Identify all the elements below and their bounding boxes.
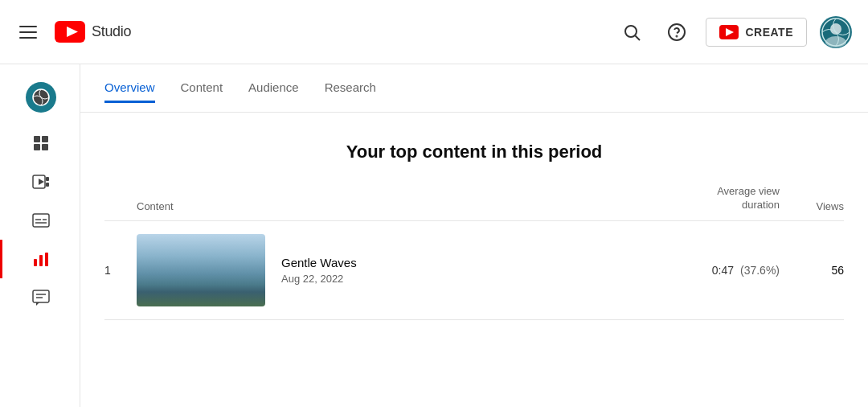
header: Studio CREATE [0, 0, 868, 64]
header-left: Studio [16, 21, 616, 43]
help-icon [667, 23, 686, 42]
help-button[interactable] [661, 16, 693, 48]
sidebar-item-content[interactable] [0, 162, 80, 201]
avg-duration-value: 0:47 [712, 264, 734, 277]
tabs-bar: Overview Content Audience Research [80, 64, 868, 113]
sidebar-item-comments[interactable] [0, 278, 80, 317]
video-title: Gentle Waves [281, 256, 651, 269]
rank-number: 1 [104, 264, 137, 277]
create-label: CREATE [745, 26, 793, 39]
svg-rect-13 [42, 144, 48, 150]
table-row: 1 Gentle Waves Aug 22, 2022 0:47 (37.6%)… [104, 221, 844, 320]
video-info: Gentle Waves Aug 22, 2022 [281, 256, 651, 285]
thumbnail-image [137, 234, 265, 306]
avg-view-duration: 0:47 (37.6%) [651, 264, 780, 277]
dashboard-icon [31, 134, 51, 153]
sidebar-item-analytics[interactable] [0, 240, 80, 278]
tab-content[interactable]: Content [181, 74, 223, 103]
search-button[interactable] [616, 16, 648, 48]
analytics-icon [31, 249, 51, 269]
svg-rect-16 [46, 177, 49, 181]
col-content-header: Content [137, 200, 651, 212]
avatar [821, 17, 851, 47]
svg-marker-15 [39, 179, 44, 185]
content-area: Overview Content Audience Research Your … [80, 64, 868, 407]
logo-area: Studio [55, 21, 131, 43]
create-icon [719, 25, 739, 39]
video-icon [31, 172, 51, 191]
video-date: Aug 22, 2022 [281, 273, 651, 285]
subtitles-icon [31, 211, 51, 230]
tab-overview[interactable]: Overview [104, 74, 155, 103]
col-avg-view-header: Average viewduration [651, 185, 780, 212]
main-layout: Overview Content Audience Research Your … [0, 64, 868, 407]
sidebar-item-subtitles[interactable] [0, 201, 80, 240]
header-right: CREATE [616, 16, 852, 48]
top-content-table: Content Average viewduration Views 1 Gen… [80, 185, 868, 320]
col-views-header: Views [780, 200, 844, 212]
youtube-logo [55, 21, 85, 43]
avatar-button[interactable] [820, 16, 852, 48]
sidebar [0, 64, 80, 407]
views-value: 56 [780, 264, 844, 277]
svg-line-3 [636, 35, 641, 40]
svg-rect-24 [45, 253, 48, 266]
sidebar-item-dashboard[interactable] [0, 124, 80, 162]
comments-icon [31, 288, 51, 307]
svg-rect-25 [33, 290, 49, 302]
svg-point-5 [677, 35, 678, 36]
section-heading: Your top content in this period [80, 142, 868, 162]
svg-point-6 [830, 23, 841, 35]
avatar-icon [821, 17, 851, 47]
avg-duration-pct: (37.6%) [740, 264, 780, 277]
video-thumbnail [137, 234, 265, 306]
tab-research[interactable]: Research [325, 74, 376, 103]
menu-button[interactable] [16, 23, 40, 42]
table-header: Content Average viewduration Views [104, 185, 844, 221]
studio-label: Studio [92, 23, 131, 40]
sidebar-item-channel[interactable] [0, 72, 80, 124]
svg-point-2 [625, 26, 637, 37]
tab-audience[interactable]: Audience [248, 74, 299, 103]
svg-rect-11 [42, 136, 48, 142]
svg-rect-18 [33, 214, 49, 227]
globe-icon [26, 82, 56, 113]
search-icon [622, 23, 641, 42]
svg-rect-12 [34, 144, 40, 150]
svg-rect-10 [34, 136, 40, 142]
svg-rect-22 [34, 259, 37, 266]
create-button[interactable]: CREATE [706, 18, 807, 47]
svg-rect-23 [39, 255, 43, 266]
svg-rect-17 [46, 183, 49, 187]
